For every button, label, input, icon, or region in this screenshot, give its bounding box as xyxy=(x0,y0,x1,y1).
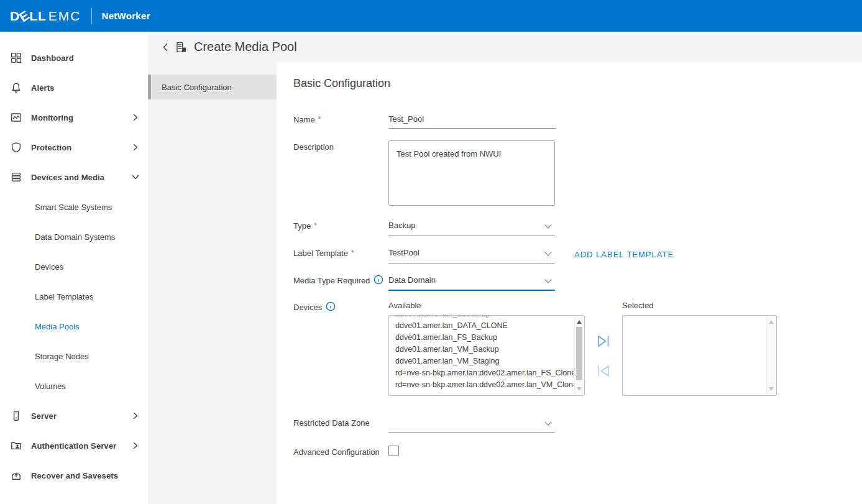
sidebar-item-alerts[interactable]: Alerts xyxy=(0,73,148,103)
sidebar-item-server[interactable]: Server xyxy=(0,401,148,431)
description-textarea[interactable]: Test Pool created from NWUI xyxy=(388,140,555,206)
available-device-option[interactable]: ddve01.amer.lan_FS_Backup xyxy=(389,332,574,344)
sidebar-item-label: Dashboard xyxy=(31,53,139,63)
available-label: Available xyxy=(388,301,585,310)
transfer-buttons xyxy=(585,301,622,396)
chevron-down-icon xyxy=(545,222,551,228)
description-label: Description xyxy=(293,140,388,206)
sidebar-item-label: Alerts xyxy=(31,83,139,93)
top-header: DELL EMC NetWorker xyxy=(0,0,862,32)
available-devices-column: Available ddve01.amer.lan_Bootstrap ddve… xyxy=(388,301,585,396)
chevron-right-icon xyxy=(132,114,139,121)
chevron-right-icon xyxy=(132,144,139,151)
available-device-option[interactable]: ddve01.amer.lan_Bootstrap xyxy=(389,315,574,320)
info-icon[interactable] xyxy=(326,301,336,311)
advanced-configuration-label: Advanced Configuration xyxy=(293,446,388,457)
product-name: NetWorker xyxy=(102,11,150,21)
label-template-select[interactable]: TestPool xyxy=(388,247,555,263)
sidebar-item-label: Recover and Savesets xyxy=(31,471,139,480)
restricted-data-zone-select[interactable] xyxy=(388,416,555,433)
available-device-option[interactable]: ddve01.amer.lan_VM_Staging xyxy=(389,355,574,367)
dashboard-icon xyxy=(10,52,22,64)
type-select[interactable]: Backup xyxy=(388,219,555,236)
sidebar-item-label-templates[interactable]: Label Templates xyxy=(0,282,148,311)
label-template-row: Label Template* TestPool ADD LABEL TEMPL… xyxy=(293,247,862,263)
name-label: Name* xyxy=(293,113,388,129)
chevron-right-icon xyxy=(132,442,139,449)
page-title: Create Media Pool xyxy=(194,40,297,54)
chevron-down-icon xyxy=(545,419,551,425)
section-heading: Basic Configuration xyxy=(293,77,862,90)
scrollbar[interactable] xyxy=(574,316,584,395)
name-input[interactable] xyxy=(388,113,556,129)
media-type-required-select[interactable]: Data Domain xyxy=(388,274,555,291)
selected-devices-listbox[interactable] xyxy=(622,315,777,396)
advanced-configuration-row: Advanced Configuration xyxy=(293,446,862,457)
chevron-down-icon xyxy=(545,277,551,283)
sidebar-item-devices-and-media[interactable]: Devices and Media xyxy=(0,162,148,192)
move-right-button[interactable] xyxy=(595,333,612,349)
main-content: Basic Configuration Name* Description xyxy=(277,62,862,504)
wizard-step-nav: Basic Configuration xyxy=(148,62,277,504)
scroll-up-icon[interactable] xyxy=(575,318,584,326)
back-button[interactable] xyxy=(159,41,172,53)
server-icon xyxy=(10,410,22,422)
label-template-label: Label Template* xyxy=(293,247,388,263)
auth-server-icon xyxy=(10,439,22,452)
type-row: Type* Backup xyxy=(293,219,862,236)
sidebar-item-protection[interactable]: Protection xyxy=(0,132,148,162)
dell-letters-ll: LL xyxy=(29,9,47,24)
sidebar-item-label: Server xyxy=(31,411,132,421)
page-title-bar: Create Media Pool xyxy=(148,32,862,62)
brand-logo: DELL EMC NetWorker xyxy=(10,8,150,24)
description-row: Description Test Pool created from NWUI xyxy=(293,140,862,206)
selected-devices-column: Selected xyxy=(622,301,777,396)
sidebar-item-media-pools[interactable]: Media Pools xyxy=(0,311,148,341)
sidebar-item-recover-and-savesets[interactable]: Recover and Savesets xyxy=(0,460,148,490)
scroll-up-icon[interactable] xyxy=(767,318,776,326)
brand-divider xyxy=(91,8,92,24)
shield-icon xyxy=(10,141,22,153)
sidebar-item-smart-scale-systems[interactable]: Smart Scale Systems xyxy=(0,192,148,222)
sidebar-item-data-domain-systems[interactable]: Data Domain Systems xyxy=(0,222,148,252)
scroll-down-icon[interactable] xyxy=(767,385,776,393)
scrollbar-thumb[interactable] xyxy=(576,327,582,380)
required-asterisk: * xyxy=(351,249,354,257)
available-device-option[interactable]: ddve01.amer.lan_DATA_CLONE xyxy=(389,320,574,332)
monitoring-icon xyxy=(10,111,22,124)
media-type-required-row: Media Type Required Data Domain xyxy=(293,274,862,291)
sidebar-item-volumes[interactable]: Volumes xyxy=(0,371,148,401)
chevron-down-icon xyxy=(132,173,139,181)
sidebar-item-label: Protection xyxy=(31,143,132,152)
media-type-required-select-value: Data Domain xyxy=(388,275,436,285)
chevron-right-icon xyxy=(132,412,139,419)
sidebar-item-storage-nodes[interactable]: Storage Nodes xyxy=(0,341,148,371)
sidebar-item-devices[interactable]: Devices xyxy=(0,252,148,282)
step-basic-configuration[interactable]: Basic Configuration xyxy=(148,75,277,99)
sidebar-nav: Dashboard Alerts Monitoring xyxy=(0,32,148,504)
sidebar-item-monitoring[interactable]: Monitoring xyxy=(0,103,148,132)
available-devices-listbox[interactable]: ddve01.amer.lan_Bootstrap ddve01.amer.la… xyxy=(388,315,585,396)
required-asterisk: * xyxy=(318,115,321,124)
media-type-required-label: Media Type Required xyxy=(293,274,388,291)
recover-icon xyxy=(10,469,22,482)
scrollbar[interactable] xyxy=(766,316,776,395)
add-label-template-link[interactable]: ADD LABEL TEMPLATE xyxy=(574,247,674,263)
sidebar-item-authentication-server[interactable]: Authentication Server xyxy=(0,431,148,460)
app-root: DELL EMC NetWorker Dashboard Alerts xyxy=(0,0,862,504)
available-device-option[interactable]: rd=nve-sn-bkp.amer.lan:ddve02.amer.lan_V… xyxy=(389,379,574,391)
sidebar-item-dashboard[interactable]: Dashboard xyxy=(0,43,148,73)
move-left-button[interactable] xyxy=(595,363,612,379)
restricted-data-zone-row: Restricted Data Zone xyxy=(293,416,862,433)
available-device-option[interactable]: rd=nve-sn-bkp.amer.lan:ddve02.amer.lan_F… xyxy=(389,367,574,379)
sidebar-item-label: Authentication Server xyxy=(31,441,132,451)
name-row: Name* xyxy=(293,113,862,129)
info-icon[interactable] xyxy=(374,275,383,285)
available-device-option[interactable]: ddve01.amer.lan_VM_Backup xyxy=(389,344,574,355)
media-pool-icon xyxy=(175,41,188,53)
type-label: Type* xyxy=(293,219,388,236)
restricted-data-zone-label: Restricted Data Zone xyxy=(293,416,388,433)
advanced-configuration-checkbox[interactable] xyxy=(388,446,399,456)
scroll-down-icon[interactable] xyxy=(575,385,584,393)
dell-logo: DELL xyxy=(10,9,47,24)
